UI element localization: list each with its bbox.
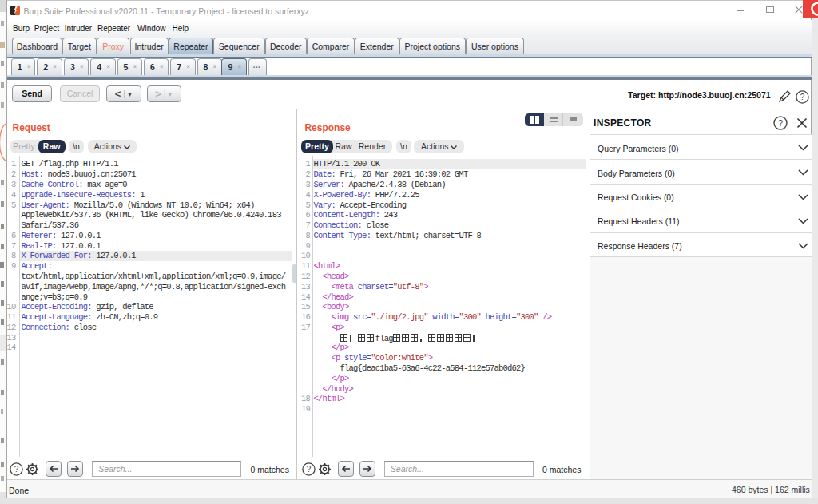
svg-text:?: ? — [800, 93, 805, 101]
svg-text:?: ? — [14, 465, 19, 474]
svg-text:?: ? — [306, 465, 311, 474]
svg-text:?: ? — [778, 118, 783, 128]
